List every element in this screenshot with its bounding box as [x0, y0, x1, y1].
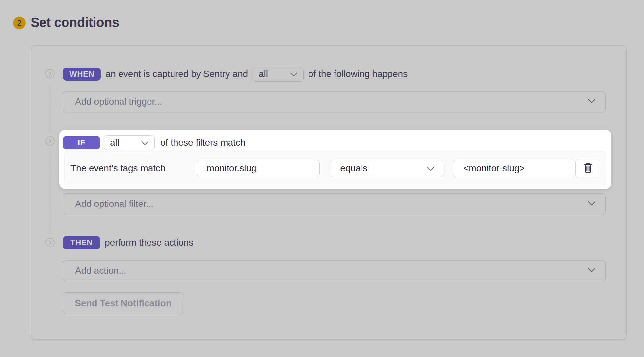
filter-label: The event's tags match [70, 163, 166, 174]
if-text-after: of these filters match [160, 137, 245, 148]
delete-filter-button[interactable] [576, 159, 600, 178]
trash-icon [582, 162, 594, 175]
when-match-select[interactable]: all [253, 67, 304, 82]
alert-rule-conditions-page: 2 Set conditions WHEN an event is captur… [0, 0, 644, 357]
filter-match-select[interactable]: equals [330, 160, 443, 177]
chevron-down-icon [588, 268, 596, 274]
then-text-after: perform these actions [105, 237, 193, 248]
when-match-select-value: all [259, 69, 268, 79]
chevron-down-icon [290, 69, 297, 79]
step-number: 2 [17, 18, 21, 28]
if-filter-highlight-section: IF all of these filters match The event'… [59, 130, 611, 189]
then-badge: THEN [63, 236, 100, 249]
chevron-down-icon [588, 99, 596, 105]
chevron-right-circle-icon [45, 69, 55, 78]
if-condition-row: IF all of these filters match [63, 135, 245, 150]
if-match-select-value: all [110, 137, 119, 148]
filter-tag-key-input[interactable] [197, 160, 320, 177]
send-test-notification-button[interactable]: Send Test Notification [63, 292, 183, 314]
if-badge: IF [63, 136, 100, 149]
then-condition-row: THEN perform these actions [63, 235, 193, 250]
add-optional-filter-placeholder: Add optional filter... [75, 199, 153, 209]
add-action-placeholder: Add action... [75, 265, 126, 276]
filter-condition-panel: The event's tags match equals [64, 151, 606, 185]
filter-match-select-value: equals [340, 163, 368, 174]
when-badge: WHEN [63, 68, 101, 81]
when-condition-row: WHEN an event is captured by Sentry and … [63, 67, 408, 82]
when-text-after: of the following happens [308, 69, 408, 79]
chevron-right-circle-icon [45, 238, 55, 247]
chevron-down-icon [588, 201, 596, 207]
add-action-select[interactable]: Add action... [63, 260, 606, 281]
add-optional-trigger-select[interactable]: Add optional trigger... [63, 91, 606, 112]
chevron-down-icon [427, 163, 434, 174]
add-optional-trigger-placeholder: Add optional trigger... [75, 96, 162, 107]
step-connector-line [50, 84, 50, 132]
chevron-down-icon [141, 137, 148, 148]
step-number-badge: 2 [13, 17, 26, 29]
add-optional-filter-select[interactable]: Add optional filter... [63, 193, 606, 214]
if-match-select[interactable]: all [104, 135, 155, 150]
chevron-right-circle-icon [45, 136, 55, 146]
step-connector-line [50, 150, 50, 234]
filter-tag-value-input[interactable] [453, 160, 576, 177]
page-title: Set conditions [31, 15, 119, 30]
when-text-before: an event is captured by Sentry and [105, 69, 248, 79]
